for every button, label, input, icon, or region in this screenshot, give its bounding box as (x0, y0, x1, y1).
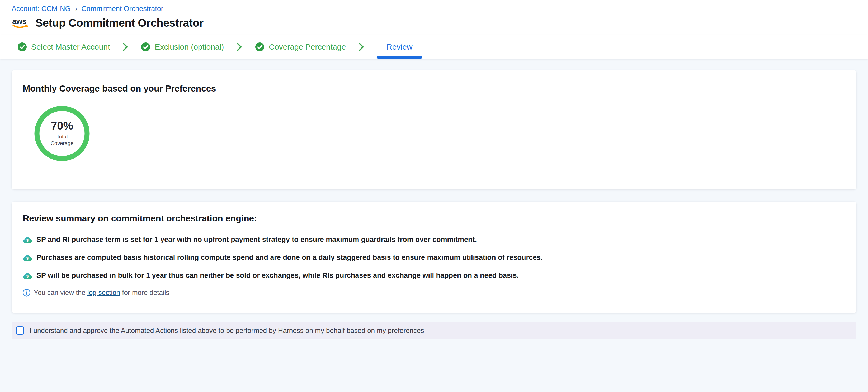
coverage-label: Total Coverage (51, 133, 74, 147)
list-item: $ Purchases are computed basis historica… (23, 254, 845, 262)
page-header: Account: CCM-NG › Commitment Orchestrato… (0, 0, 868, 35)
cloud-dollar-icon: $ (23, 254, 32, 261)
check-circle-icon (141, 42, 151, 52)
coverage-donut-chart: 70% Total Coverage (34, 106, 90, 161)
summary-card-title: Review summary on commitment orchestrati… (23, 213, 845, 223)
step-select-master-account[interactable]: Select Master Account (18, 35, 110, 59)
cloud-dollar-icon: $ (23, 272, 32, 280)
active-tab-underline (377, 56, 422, 59)
coverage-card-title: Monthly Coverage based on your Preferenc… (23, 84, 845, 94)
chevron-right-icon (237, 42, 242, 52)
bullet-text: SP will be purchased in bulk for 1 year … (36, 271, 519, 280)
step-coverage-percentage[interactable]: Coverage Percentage (255, 35, 346, 59)
svg-text:$: $ (26, 256, 29, 260)
aws-logo-icon: aws (11, 17, 30, 29)
chevron-right-icon (359, 42, 364, 52)
svg-text:$: $ (26, 238, 29, 242)
setup-stepper: Select Master Account Exclusion (optiona… (0, 35, 868, 59)
approval-row: I understand and approve the Automated A… (11, 322, 857, 339)
summary-bullet-list: $ SP and RI purchase term is set for 1 y… (23, 235, 845, 280)
check-circle-icon (255, 42, 265, 52)
info-text-prefix: You can view the (34, 289, 87, 296)
approval-checkbox[interactable] (16, 326, 24, 335)
chevron-right-icon (123, 42, 128, 52)
list-item: $ SP and RI purchase term is set for 1 y… (23, 235, 845, 244)
breadcrumb: Account: CCM-NG › Commitment Orchestrato… (11, 5, 857, 13)
bullet-text: SP and RI purchase term is set for 1 yea… (36, 235, 477, 244)
breadcrumb-page-link[interactable]: Commitment Orchestrator (81, 5, 163, 13)
info-text-suffix: for more details (120, 289, 169, 296)
breadcrumb-separator-icon: › (75, 5, 77, 13)
step-label: Review (386, 42, 412, 52)
list-item: $ SP will be purchased in bulk for 1 yea… (23, 271, 845, 280)
step-label: Select Master Account (31, 42, 110, 52)
log-section-link[interactable]: log section (87, 289, 120, 296)
svg-text:aws: aws (12, 17, 26, 26)
svg-text:$: $ (26, 274, 29, 278)
step-label: Coverage Percentage (269, 42, 346, 52)
review-summary-card: Review summary on commitment orchestrati… (11, 201, 857, 313)
approval-label: I understand and approve the Automated A… (30, 327, 424, 335)
content-area: Monthly Coverage based on your Preferenc… (0, 59, 868, 392)
log-info-line: You can view the log section for more de… (23, 289, 845, 297)
bullet-text: Purchases are computed basis historical … (36, 254, 543, 262)
page-title: Setup Commitment Orchestrator (35, 17, 204, 29)
step-label: Exclusion (optional) (155, 42, 224, 52)
info-circle-icon (23, 289, 30, 296)
step-exclusion-optional[interactable]: Exclusion (optional) (141, 35, 224, 59)
check-circle-icon (18, 42, 27, 52)
monthly-coverage-card: Monthly Coverage based on your Preferenc… (11, 70, 857, 189)
coverage-percentage-value: 70% (51, 120, 73, 131)
breadcrumb-account-link[interactable]: Account: CCM-NG (11, 5, 71, 13)
cloud-dollar-icon: $ (23, 236, 32, 243)
step-review[interactable]: Review (377, 35, 422, 59)
